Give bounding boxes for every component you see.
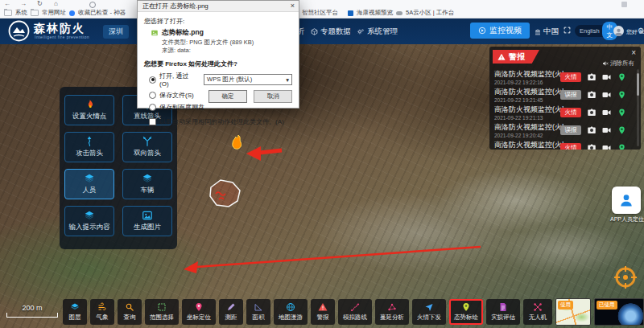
settings-gear-icon[interactable]: ⚙ (638, 27, 644, 35)
alarm-row[interactable]: 商洛防火视频监控(火警) 2021-09-22 19:21:13 火情 (489, 105, 634, 122)
map-2d-use-chip[interactable]: 使用 (558, 301, 573, 310)
app-personnel-locate-widget[interactable]: APP人员定位 (610, 187, 642, 223)
toolbar-fire-dispatch[interactable]: 火情下发 (412, 299, 446, 325)
dialog-body: 您选择了打开: 态势标绘.png 文件类型: PNG 图片文件 (889 KB)… (138, 12, 299, 126)
toolbar-drone[interactable]: 无人机 (523, 299, 552, 325)
toolbar-search[interactable]: 查询 (118, 299, 142, 325)
toolbar-label: 灾损评估 (491, 314, 515, 322)
toolbar-map-roam[interactable]: 地图漫游 (274, 299, 308, 325)
toolbar-damage-assess[interactable]: 灾损评估 (486, 299, 520, 325)
status-badge[interactable]: 火情 (560, 108, 581, 117)
toolbar-alarm[interactable]: 警报 (311, 299, 335, 325)
brand-logo-icon (8, 20, 30, 42)
camera-icon[interactable] (587, 143, 597, 150)
toolbar-layers[interactable]: 图层 (63, 299, 87, 325)
open-with-option[interactable]: 打开, 通过(O) WPS 图片 (默认) ▾ (149, 72, 292, 88)
attack-arrow-icon (84, 136, 95, 147)
alarm-clear-all[interactable]: 消除所有 (602, 59, 634, 68)
language-toggle[interactable]: English 中文 (575, 25, 612, 37)
alarm-row[interactable]: 商洛防火视频监控(火警) 火情 (489, 140, 634, 150)
video-camera-icon[interactable] (601, 108, 612, 117)
drone-icon (533, 302, 543, 312)
video-camera-icon[interactable] (601, 90, 612, 100)
country-selector[interactable]: 中国 (535, 27, 559, 37)
plot-attack-arrow-button[interactable]: 攻击箭头 (64, 132, 114, 162)
bookmark-item[interactable]: 收藏已检查 - 神器 (69, 8, 126, 18)
bookmark-item[interactable]: 系统 (4, 8, 27, 18)
toolbar-situation-plot[interactable]: 态势标绘 (449, 299, 483, 325)
monitor-video-button[interactable]: 监控视频 (470, 23, 530, 39)
monitor-video-label: 监控视频 (489, 25, 522, 36)
toolbar-route-sim[interactable]: 模拟路线 (338, 299, 372, 325)
ok-button[interactable]: 确定 (208, 90, 247, 103)
camera-icon[interactable] (587, 108, 597, 117)
bookmark-item[interactable]: 海康视频预览 (348, 8, 393, 18)
map-3d-use-chip[interactable]: 已使用 (597, 301, 617, 310)
video-camera-icon[interactable] (601, 143, 612, 150)
location-pin-icon[interactable] (617, 90, 626, 100)
status-badge[interactable]: 火情 (560, 143, 581, 150)
avatar[interactable] (613, 26, 624, 36)
region-selector[interactable]: 深圳 (103, 25, 129, 39)
toolbar-spread-analysis[interactable]: 蔓延分析 (375, 299, 409, 325)
toolbar-area[interactable]: 面积 (246, 299, 270, 325)
camera-icon[interactable] (587, 90, 597, 100)
toolbar-locate[interactable]: 坐标定位 (182, 299, 216, 325)
scrollbar-thumb[interactable] (637, 73, 639, 96)
menu-system-manage[interactable]: 系统管理 (357, 27, 398, 37)
status-badge[interactable]: 误报 (560, 90, 581, 100)
browser-forward-icon[interactable]: → (20, 0, 27, 8)
alarm-scrollbar[interactable] (637, 69, 639, 146)
lang-en-option[interactable]: English (575, 27, 600, 35)
plot-vehicle-button[interactable]: 车辆 (122, 169, 172, 199)
fullscreen-icon[interactable] (564, 27, 571, 34)
map-2d-thumbnail[interactable]: 使用 (555, 298, 591, 326)
image-file-icon (151, 29, 159, 37)
open-with-select[interactable]: WPS 图片 (默认) ▾ (204, 74, 292, 85)
plot-double-arrow-button[interactable]: 双向箭头 (122, 132, 172, 162)
toolbar-measure-distance[interactable]: 测距 (219, 299, 243, 325)
dialog-close-icon[interactable]: × (291, 1, 295, 11)
video-camera-icon[interactable] (601, 72, 612, 82)
plot-generate-image-button[interactable]: 生成图片 (122, 206, 172, 236)
alarm-row[interactable]: 商洛防火视频监控(火警) 2021-09-22 19:20:42 误报 (489, 122, 634, 140)
address-bar-search-icon[interactable] (89, 2, 96, 8)
status-badge[interactable]: 误报 (560, 125, 581, 135)
plot-button-label: 攻击箭头 (76, 149, 103, 158)
radio-selected-icon[interactable] (149, 76, 156, 84)
toolbar-weather[interactable]: 气象 (90, 299, 114, 325)
person-locate-icon[interactable] (612, 187, 641, 214)
location-pin-icon[interactable] (617, 72, 626, 82)
bookmark-item[interactable]: 5A云小区 | 工作台 (396, 8, 454, 18)
location-pin-icon[interactable] (617, 125, 626, 135)
location-pin-icon[interactable] (617, 108, 626, 117)
checkbox-icon[interactable] (149, 118, 156, 125)
menu-thematic-data[interactable]: 专题数据 (311, 27, 351, 37)
browser-back-icon[interactable]: ← (4, 0, 10, 8)
plot-set-fire-point-button[interactable]: 设置火情点 (64, 95, 114, 125)
camera-icon[interactable] (587, 72, 597, 82)
compass-icon[interactable] (613, 265, 638, 289)
video-camera-icon[interactable] (601, 125, 612, 135)
save-cloud-option[interactable]: 保存到百度网盘 (149, 103, 292, 112)
remember-option[interactable]: 以后自动采用相同的动作处理此类文件。(A) (149, 117, 292, 126)
extension-icon[interactable] (621, 2, 627, 7)
radio-icon[interactable] (149, 92, 156, 99)
alarm-row[interactable]: 商洛防火视频监控(火警) 2021-09-22 19:21:45 误报 (489, 87, 634, 105)
plot-input-text-button[interactable]: 输入提示内容 (64, 206, 114, 236)
bookmark-item[interactable]: 智慧社区平台 (302, 8, 338, 18)
bookmark-item[interactable]: 常用网址 (31, 8, 66, 18)
cancel-button[interactable]: 取消 (254, 90, 292, 103)
location-pin-icon[interactable] (617, 143, 626, 150)
plot-personnel-button[interactable]: 人员 (64, 169, 114, 199)
cloud-icon (396, 11, 402, 15)
alarm-row[interactable]: 商洛防火视频监控(火警) 2021-09-22 19:22:16 火情 (489, 69, 634, 87)
browser-reload-icon[interactable]: ↻ (37, 0, 43, 8)
status-badge[interactable]: 火情 (560, 72, 581, 82)
alarm-close-icon[interactable]: × (631, 48, 636, 57)
camera-icon[interactable] (587, 125, 597, 135)
browser-home-icon[interactable]: ⌂ (54, 0, 58, 8)
map-3d-thumbnail[interactable]: 已使用 (594, 298, 644, 326)
toolbar-range-select[interactable]: 范围选择 (145, 299, 179, 325)
radio-icon[interactable] (149, 104, 156, 111)
